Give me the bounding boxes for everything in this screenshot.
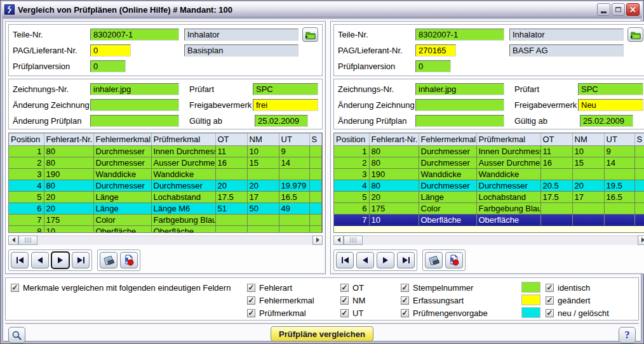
column-header[interactable]: NM [572,133,604,145]
field-checkbox[interactable] [247,296,255,305]
clear-note-button[interactable] [100,252,117,268]
field-checkbox[interactable] [401,284,409,292]
note-eraser-icon [103,255,114,266]
column-header[interactable]: Prüfmerkmal [151,133,215,145]
scrollbar-track[interactable] [37,235,312,245]
teile-nr-field[interactable]: 8302007-1 [415,29,504,41]
table-row[interactable]: 7175ColorFarbgebung Blau [9,214,322,225]
column-header[interactable]: Prüfmerkmal [476,133,540,145]
record-report-button[interactable] [120,252,138,268]
table-cell: 5 [9,191,44,202]
column-header[interactable]: S [309,133,322,145]
table-row[interactable]: 3190WanddickeWanddicke [334,168,644,180]
table-row[interactable]: 520LängeLochabstand17.51716.5 [334,191,644,202]
column-header[interactable]: S [634,133,644,145]
table-row[interactable]: 180DurchmesserInnen Durchmesser11109 [9,145,322,157]
pruefart-field[interactable]: SPC [578,83,643,95]
teile-name-field[interactable]: Inhalator [184,29,299,41]
column-header[interactable]: OT [540,133,572,145]
column-header[interactable]: Fehlermerkmal [419,133,476,145]
record-report-button[interactable] [445,252,463,268]
search-button[interactable] [8,327,25,343]
column-header[interactable]: Fehlerart-Nr. [369,133,419,145]
scroll-left-button[interactable] [8,235,18,245]
pruefart-field[interactable]: SPC [253,83,318,95]
table-cell [215,225,247,233]
column-header[interactable]: Fehlerart-Nr. [44,133,93,145]
table-row[interactable]: 620LängeLänge M6515049 [9,202,322,214]
column-header[interactable]: Fehlermerkmal [93,133,151,145]
scroll-right-button[interactable] [638,235,644,245]
column-header[interactable]: Position [9,133,44,145]
column-header[interactable]: NM [247,133,279,145]
gueltig-field[interactable]: 25.02.2009 [255,115,308,127]
field-checkbox[interactable] [247,284,255,292]
table-row[interactable]: 520LängeLochabstand17.51716.5 [9,191,322,202]
previous-record-button[interactable] [31,252,49,268]
table-row[interactable]: 180DurchmesserInnen Durchmesser11109 [334,145,644,157]
scrollbar-thumb[interactable] [18,235,37,245]
table-row[interactable]: 810OberflächeOberfläche [9,225,322,233]
table-row[interactable]: 710OberflächeOberfläche [334,214,644,225]
scroll-right-button[interactable] [312,235,323,245]
zeichnung-field[interactable]: inhaler.jpg [90,83,179,95]
scrollbar-track[interactable] [363,235,638,245]
pag-name-field[interactable]: BASF AG [509,44,624,56]
column-header[interactable]: Position [334,133,369,145]
field-checkbox[interactable] [340,309,349,317]
open-part-button[interactable] [627,27,643,42]
first-record-button[interactable] [336,252,354,268]
legend-checkbox[interactable] [546,284,554,292]
compare-fields-checkbox[interactable] [11,284,19,292]
previous-record-button[interactable] [356,252,374,268]
legend-checkbox[interactable] [546,296,554,305]
maximize-button[interactable] [612,3,625,16]
aend-zeichnung-field[interactable] [415,99,504,111]
close-button[interactable]: ✕ [626,3,640,16]
next-record-button[interactable] [51,252,69,268]
freigabe-field[interactable]: Neu [578,99,643,111]
minimize-button[interactable] [597,3,610,16]
column-header[interactable]: UT [279,133,309,145]
pag-nr-field[interactable]: 270165 [415,44,456,56]
scrollbar-thumb[interactable] [344,235,363,245]
zeichnung-field[interactable]: inhaler.jpg [415,83,504,95]
table-row[interactable]: 6175ColorFarbgebung Blau [334,202,644,214]
table-row[interactable]: 280DurchmesserAusser Durchmesser161514 [334,157,644,168]
field-checkbox[interactable] [401,309,409,317]
field-checkbox[interactable] [247,309,255,317]
field-checkbox-label: UT [352,308,363,318]
field-checkbox-label: Stempelnummer [413,283,473,293]
teile-name-field[interactable]: Inhalator [509,29,624,41]
first-record-button[interactable] [11,252,29,268]
table-row[interactable]: 480DurchmesserDurchmesser20.52019.5 [334,180,644,191]
version-field[interactable]: 0 [415,60,451,72]
version-field[interactable]: 0 [90,60,126,72]
next-record-button[interactable] [377,252,394,268]
field-checkbox[interactable] [340,296,349,305]
field-checkbox[interactable] [340,284,349,292]
pag-name-field[interactable]: Basisplan [184,44,299,56]
freigabe-field[interactable]: frei [253,99,318,111]
clear-note-button[interactable] [425,252,443,268]
table-row[interactable]: 3190WanddickeWanddicke [9,168,322,180]
column-header[interactable]: UT [604,133,634,145]
pag-nr-field[interactable]: 0 [90,44,131,56]
aend-zeichnung-field[interactable] [90,99,179,111]
open-part-button[interactable] [302,27,318,42]
teile-nr-field[interactable]: 8302007-1 [90,29,179,41]
legend-checkbox[interactable] [546,309,554,317]
table-row[interactable]: 280DurchmesserAusser Durchmesser161514 [9,157,322,168]
last-record-button[interactable] [72,252,90,268]
table-row[interactable]: 480DurchmesserDurchmesser202019.979 [9,180,322,191]
aend-pruefplan-field[interactable] [90,115,179,127]
table-cell: 7 [334,214,369,225]
field-checkbox[interactable] [401,296,409,305]
help-button[interactable]: ? [619,327,636,343]
gueltig-field[interactable]: 25.02.2009 [580,115,633,127]
scroll-left-button[interactable] [333,235,344,245]
aend-pruefplan-field[interactable] [415,115,504,127]
last-record-button[interactable] [397,252,415,268]
compare-plans-button[interactable]: Prüfpläne vergleichen [271,326,373,341]
column-header[interactable]: OT [215,133,247,145]
